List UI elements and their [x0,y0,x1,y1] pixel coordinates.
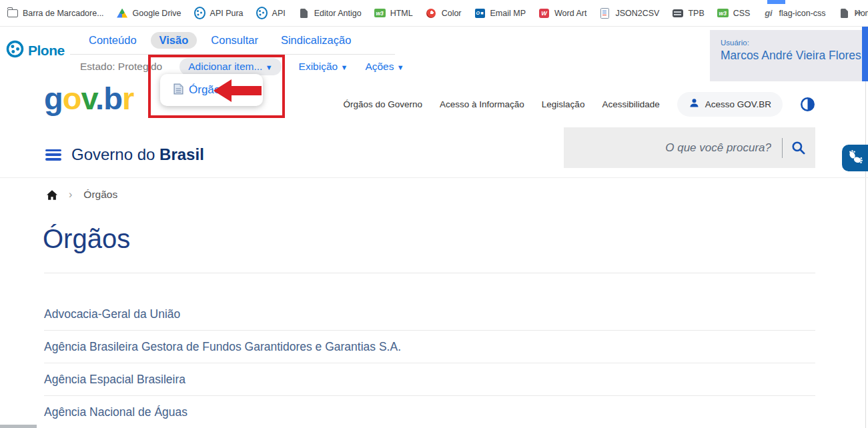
bookmark-item[interactable]: Editor Antigo [298,8,362,19]
plone-tabs: ConteúdoVisãoConsultarSindicalização [80,32,360,49]
breadcrumb-separator: › [69,189,72,201]
dropdown-item-label: Órgão [189,83,220,97]
right-edge-bar [862,27,868,81]
user-menu[interactable]: Usuário: Marcos André Vieira Flores ▼ [710,30,862,81]
user-menu-label: Usuário: [721,39,862,47]
search-input[interactable] [590,141,773,155]
header-divider [0,177,868,178]
workflow-state-label: Estado: Protegido [80,61,162,73]
bookmark-item[interactable]: JSON2CSV [599,8,659,19]
bookmark-item[interactable]: Homologação novo... [839,8,868,19]
page-title: Órgãos [43,224,130,254]
bookmarks-overflow-chevron-icon[interactable]: » [855,5,861,19]
plone-tab-visão[interactable]: Visão [151,32,197,49]
bookmark-item[interactable]: flag-icon-css [763,8,825,19]
acesso-govbr-button[interactable]: Acesso GOV.BR [677,92,783,117]
bookmark-item[interactable]: HTML [374,8,413,19]
add-item-menu[interactable]: Adicionar item... ▼ [179,58,281,75]
plone-tab-conteúdo[interactable]: Conteúdo [80,32,145,49]
site-title: Governo do Brasil [71,145,204,164]
file-icon [841,9,848,18]
google-drive-icon [117,9,127,18]
govbr-logo-letter: g [44,81,63,116]
chevron-down-icon: ▼ [397,63,404,71]
bookmark-item[interactable]: Google Drive [117,8,181,19]
govbr-logo-letter: r [122,81,133,116]
screen: Barra de Marcadore... Google Drive API P… [0,0,868,428]
bookmark-item[interactable]: API Pura [194,8,244,19]
breadcrumb-current: Órgãos [83,189,117,201]
w3schools-icon [374,9,386,17]
bookmark-item[interactable]: Email MP [474,8,526,19]
org-list-item[interactable]: Agência Nacional de Águas [44,396,815,428]
vlibras-hands-icon [846,148,864,169]
browser-tab-fragment [767,0,785,4]
bookmark-item[interactable]: CSS [717,8,751,19]
scrollbar-line [865,81,866,428]
govbr-header-nav: Órgãos do GovernoAcesso à InformaçãoLegi… [343,92,815,117]
plone-actions-row: Estado: Protegido Adicionar item... ▼ Ex… [80,58,404,75]
govbr-logo[interactable]: gov.br [44,80,133,117]
chevron-down-icon: ▼ [266,63,273,71]
plone-logo-text: Plone [28,43,65,59]
home-icon[interactable] [47,190,57,200]
plone-circle-icon [194,7,205,19]
display-menu[interactable]: Exibição ▼ [299,61,348,73]
gi-icon [765,8,773,18]
bottom-edge-block [0,425,37,428]
bookmark-item[interactable]: Barra de Marcadore... [7,8,104,19]
outlook-icon [475,9,485,18]
search-bar [564,127,815,168]
govbr-logo-letter: b [103,81,122,116]
bookmark-item[interactable]: Word Art [538,8,586,19]
chevron-down-icon: ▼ [340,63,348,71]
search-icon[interactable] [791,140,806,155]
folder-icon [7,9,18,17]
vlibras-button[interactable] [842,145,868,171]
word-icon [539,9,549,18]
plone-tab-sindicalização[interactable]: Sindicalização [272,32,360,49]
breadcrumb: › Órgãos [47,189,117,201]
org-list-item[interactable]: Advocacia-Geral da União [44,298,815,331]
site-title-row: Governo do Brasil [45,145,204,164]
json-file-icon [600,8,609,19]
color-wheel-icon [426,9,436,18]
add-item-dropdown-orgao[interactable]: Órgão [160,74,263,106]
header-nav-link[interactable]: Órgãos do Governo [343,99,422,109]
plone-circle-icon [256,7,268,19]
govbr-logo-letter: o [63,81,81,116]
org-list: Advocacia-Geral da UniãoAgência Brasilei… [44,298,815,428]
header-nav-link[interactable]: Acessibilidade [602,99,659,109]
hamburger-menu-icon[interactable] [45,149,61,161]
contrast-toggle-icon[interactable] [800,97,815,112]
govbr-logo-letter: . [95,81,103,116]
w3schools-icon [717,9,729,17]
document-icon [173,83,183,97]
bookmark-item[interactable]: TPB [672,8,704,19]
plone-logo[interactable]: Plone [6,40,65,61]
plone-toolbar: Plone ConteúdoVisãoConsultarSindicalizaç… [0,27,868,81]
actions-menu[interactable]: Ações ▼ [365,61,404,73]
org-list-item[interactable]: Agência Brasileira Gestora de Fundos Gar… [44,331,815,363]
header-nav-link[interactable]: Acesso à Informação [440,99,524,109]
user-menu-name: Marcos André Vieira Flores ▼ [721,49,862,63]
plone-logo-icon [6,40,24,61]
tpb-icon [673,9,683,17]
plone-tab-consultar[interactable]: Consultar [202,32,267,49]
bookmark-item[interactable]: Color [426,8,462,19]
govbr-logo-letter: v [81,81,95,116]
header-nav-link[interactable]: Legislação [542,99,585,109]
person-icon [689,97,700,111]
bookmarks-bar: Barra de Marcadore... Google Drive API P… [0,0,868,27]
title-divider [44,273,815,273]
tabs-divider [70,54,395,55]
bookmark-item[interactable]: API [256,8,286,19]
search-divider [782,138,783,158]
org-list-item[interactable]: Agência Espacial Brasileira [44,363,815,396]
file-icon [300,9,308,18]
